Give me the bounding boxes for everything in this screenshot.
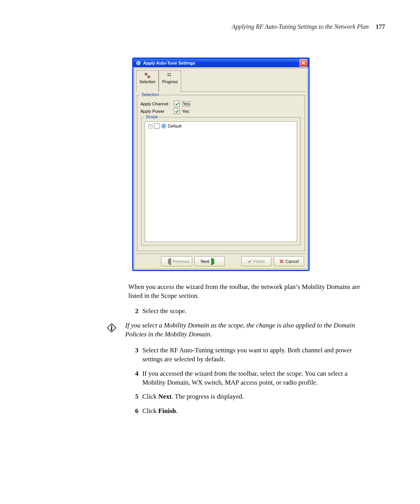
tab-progress[interactable]: Progress — [159, 70, 181, 92]
step-2: 2 Select the scope. — [128, 307, 369, 316]
step-number: 5 — [128, 392, 138, 401]
step-text: Click Next. The progress is displayed. — [142, 392, 369, 401]
svg-point-0 — [136, 61, 141, 65]
apply-channel-checkbox[interactable] — [174, 101, 180, 107]
info-text: If you select a Mobility Domain as the s… — [125, 321, 369, 339]
finish-label: Finish — [253, 259, 264, 264]
apply-power-value: Yes — [182, 109, 189, 114]
svg-rect-5 — [168, 75, 169, 76]
body-text: When you access the wizard from the tool… — [128, 283, 369, 416]
cancel-label: Cancel — [285, 259, 299, 264]
step-number: 4 — [128, 369, 138, 387]
scope-legend: Scope — [145, 114, 159, 119]
apply-channel-label: Apply Channel — [140, 102, 172, 106]
scope-group: Scope + Default — [141, 117, 301, 245]
step-number: 3 — [128, 346, 138, 364]
info-icon — [105, 321, 118, 334]
svg-rect-4 — [170, 73, 171, 74]
titlebar: Apply Auto-Tune Settings — [133, 59, 308, 67]
tab-selection-label: Selection — [139, 80, 155, 84]
step-number: 6 — [128, 407, 138, 416]
page-number: 177 — [376, 23, 385, 30]
selection-group: Selection Apply Channel Yes Apply Power … — [137, 95, 305, 251]
next-label: Next — [201, 259, 210, 264]
scope-tree[interactable]: + Default — [145, 121, 297, 242]
tab-progress-label: Progress — [162, 80, 178, 84]
next-button[interactable]: Next — [194, 256, 225, 266]
svg-rect-1 — [145, 73, 147, 75]
check-icon — [175, 109, 179, 113]
arrow-right-icon — [211, 257, 219, 266]
apply-channel-value: Yes — [182, 101, 191, 107]
apply-power-checkbox[interactable] — [174, 108, 180, 114]
svg-rect-2 — [148, 76, 150, 78]
expand-icon[interactable]: + — [148, 124, 152, 128]
step-3: 3 Select the RF Auto-Tuning settings you… — [128, 346, 369, 364]
selection-tab-icon — [144, 72, 150, 79]
apply-power-label: Apply Power — [140, 109, 172, 114]
tree-label: Default — [168, 124, 182, 128]
step-5: 5 Click Next. The progress is displayed. — [128, 392, 369, 401]
tab-selection[interactable]: Selection — [136, 70, 159, 92]
svg-rect-3 — [168, 73, 169, 74]
info-note: If you select a Mobility Domain as the s… — [128, 321, 369, 339]
svg-rect-10 — [111, 327, 112, 331]
globe-icon — [161, 123, 166, 129]
previous-label: Previous — [173, 259, 189, 264]
finish-button[interactable]: Finish — [241, 256, 271, 266]
svg-point-9 — [111, 325, 112, 327]
check-icon — [248, 259, 252, 263]
button-bar: Previous Next Finish — [136, 254, 306, 267]
x-icon — [279, 259, 284, 264]
previous-button[interactable]: Previous — [161, 256, 192, 266]
app-icon — [136, 60, 141, 66]
dialog: Apply Auto-Tune Settings Selection — [132, 58, 310, 271]
step-text: Select the scope. — [142, 307, 369, 316]
step-text: If you accessed the wizard from the tool… — [142, 369, 369, 387]
tree-checkbox[interactable] — [154, 123, 159, 129]
svg-rect-6 — [170, 75, 171, 76]
intro-paragraph: When you access the wizard from the tool… — [128, 283, 369, 301]
running-title: Applying RF Auto-Tuning Settings to the … — [232, 23, 369, 30]
tab-bar: Selection Progress — [136, 70, 306, 92]
step-6: 6 Click Finish. — [128, 407, 369, 416]
progress-tab-icon — [167, 72, 173, 79]
selection-legend: Selection — [140, 92, 160, 97]
step-number: 2 — [128, 307, 138, 316]
step-text: Click Finish. — [142, 407, 369, 416]
cancel-button[interactable]: Cancel — [274, 256, 304, 266]
tree-row[interactable]: + Default — [148, 123, 295, 129]
running-header: Applying RF Auto-Tuning Settings to the … — [35, 23, 385, 30]
close-button[interactable] — [299, 59, 307, 67]
close-icon — [301, 61, 305, 65]
dialog-title: Apply Auto-Tune Settings — [143, 61, 195, 65]
check-icon — [175, 102, 179, 106]
arrow-left-icon — [164, 257, 171, 266]
step-text: Select the RF Auto-Tuning settings you w… — [142, 346, 369, 364]
step-4: 4 If you accessed the wizard from the to… — [128, 369, 369, 387]
